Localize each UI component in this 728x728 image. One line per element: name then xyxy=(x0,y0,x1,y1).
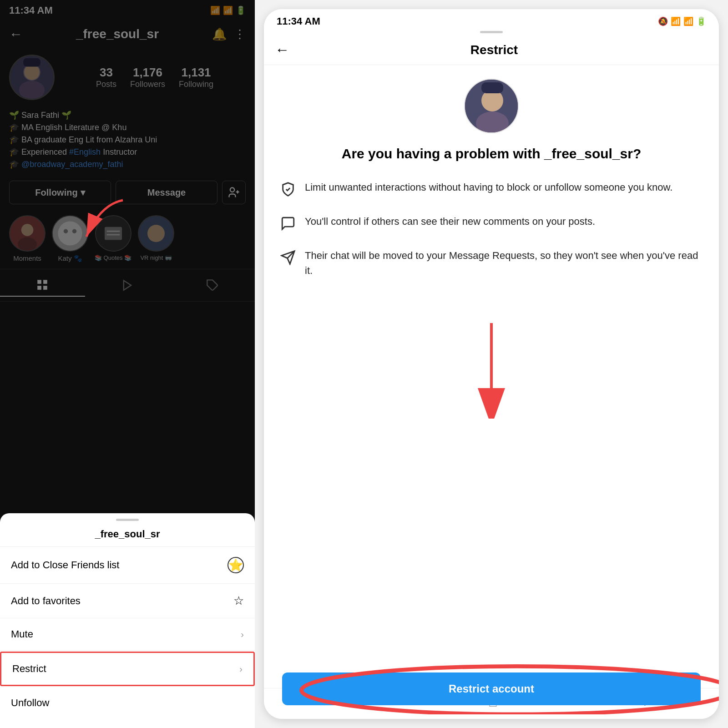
message-send-icon xyxy=(280,250,296,268)
overlay xyxy=(0,0,255,537)
restrict-features: Limit unwanted interactions without havi… xyxy=(280,180,703,278)
right-panel: 11:34 AM 🔕 📶 📶 🔋 ← Restrict xyxy=(255,0,728,728)
right-status-icons: 🔕 📶 📶 🔋 xyxy=(658,16,706,26)
close-friends-icon: ⭐ xyxy=(228,557,244,573)
favorites-label: Add to favorites xyxy=(11,595,81,607)
svg-rect-30 xyxy=(481,82,503,93)
sheet-item-restrict[interactable]: Restrict › xyxy=(0,652,255,686)
restrict-avatar xyxy=(464,79,519,133)
mute-label: Mute xyxy=(11,628,33,640)
restrict-chevron: › xyxy=(239,664,243,674)
left-panel: 11:34 AM 📶 📶 🔋 ← _free_soul_sr 🔔 ⋮ xyxy=(0,0,255,728)
feature-3: Their chat will be moved to your Message… xyxy=(280,248,703,278)
restrict-label: Restrict xyxy=(12,663,46,675)
feature-2: You'll control if others can see their n… xyxy=(280,214,703,234)
restrict-heading: Are you having a problem with _free_soul… xyxy=(342,144,642,163)
mute-chevron: › xyxy=(241,629,244,640)
close-friends-label: Add to Close Friends list xyxy=(11,559,119,571)
feature-text-1: Limit unwanted interactions without havi… xyxy=(305,180,672,195)
restrict-account-button[interactable]: Restrict account xyxy=(282,672,701,705)
restrict-page-title: Restrict xyxy=(298,43,690,57)
unfollow-label: Unfollow xyxy=(11,697,49,709)
top-pill xyxy=(480,31,503,33)
signal-icon-right: 📶 xyxy=(671,16,681,26)
restrict-content: Are you having a problem with _free_soul… xyxy=(264,65,719,688)
comment-icon xyxy=(280,216,296,234)
sheet-item-unfollow[interactable]: Unfollow xyxy=(0,687,255,719)
sheet-item-favorites[interactable]: Add to favorites ☆ xyxy=(0,584,255,618)
restrict-bottom: Restrict account xyxy=(282,672,701,705)
sheet-item-mute[interactable]: Mute › xyxy=(0,618,255,651)
shield-icon xyxy=(280,182,296,200)
wifi-icon-right: 📶 xyxy=(683,16,693,26)
back-icon-right[interactable]: ← xyxy=(275,41,289,58)
favorites-icon: ☆ xyxy=(233,594,244,608)
right-top-nav: ← Restrict xyxy=(264,37,719,65)
status-bar-right: 11:34 AM 🔕 📶 📶 🔋 xyxy=(264,9,719,30)
feature-text-3: Their chat will be moved to your Message… xyxy=(305,248,703,278)
right-phone: 11:34 AM 🔕 📶 📶 🔋 ← Restrict xyxy=(264,9,719,719)
status-time-right: 11:34 AM xyxy=(277,15,320,27)
battery-icon-right: 🔋 xyxy=(696,16,706,26)
bottom-sheet: _free_soul_sr Add to Close Friends list … xyxy=(0,513,255,728)
feature-1: Limit unwanted interactions without havi… xyxy=(280,180,703,200)
feature-text-2: You'll control if others can see their n… xyxy=(305,214,595,229)
sheet-title: _free_soul_sr xyxy=(0,524,255,547)
sheet-item-close-friends[interactable]: Add to Close Friends list ⭐ xyxy=(0,547,255,584)
muted-icon: 🔕 xyxy=(658,16,668,26)
sheet-handle xyxy=(116,519,139,521)
